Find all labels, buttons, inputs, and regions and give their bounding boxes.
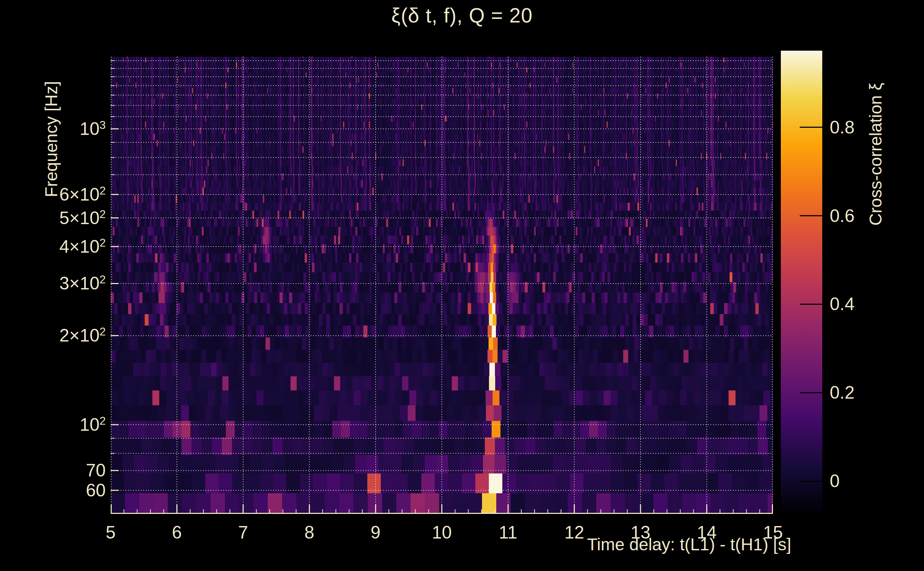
y-tick-label: 6×102 xyxy=(13,184,106,205)
colorbar-tick-label: 0 xyxy=(830,471,840,491)
colorbar-tick-mark xyxy=(800,392,822,393)
y-tick-label: 3×102 xyxy=(13,273,106,294)
x-tick-label: 7 xyxy=(238,522,248,543)
colorbar-tick-mark xyxy=(800,304,822,305)
colorbar-tick-label: 0.6 xyxy=(830,205,855,226)
x-tick-label: 10 xyxy=(432,522,452,543)
colorbar xyxy=(781,51,822,514)
y-tick-label: 5×102 xyxy=(13,208,106,228)
x-tick-label: 5 xyxy=(106,522,116,543)
colorbar-label: Cross-correlation ξ xyxy=(866,83,885,225)
figure: ξ(δ t, f), Q = 20 Frequency [Hz] 1036×10… xyxy=(0,0,924,571)
y-tick-label: 2×102 xyxy=(13,325,106,346)
y-axis-label: Frequency [Hz] xyxy=(42,81,61,197)
x-axis-label: Time delay: t(L1) - t(H1) [s] xyxy=(587,535,791,554)
x-tick-label: 9 xyxy=(371,522,381,543)
y-tick-label: 102 xyxy=(13,414,106,435)
colorbar-tick-label: 0.2 xyxy=(830,382,855,403)
y-tick-label: 103 xyxy=(13,119,106,139)
y-tick-label: 60 xyxy=(13,480,106,501)
x-tick-label: 11 xyxy=(499,522,517,543)
colorbar-tick-mark xyxy=(800,481,822,482)
heatmap-canvas xyxy=(111,57,773,514)
x-tick-label: 8 xyxy=(304,522,315,543)
colorbar-tick-label: 0.8 xyxy=(830,117,855,138)
plot-title: ξ(δ t, f), Q = 20 xyxy=(0,3,924,27)
y-tick-label: 4×102 xyxy=(13,236,106,257)
colorbar-tick-label: 0.4 xyxy=(830,294,855,315)
colorbar-tick-mark xyxy=(800,215,822,216)
y-tick-label: 70 xyxy=(13,460,106,481)
colorbar-tick-mark xyxy=(800,127,822,128)
x-tick-label: 6 xyxy=(172,522,182,543)
x-tick-label: 12 xyxy=(564,522,584,543)
